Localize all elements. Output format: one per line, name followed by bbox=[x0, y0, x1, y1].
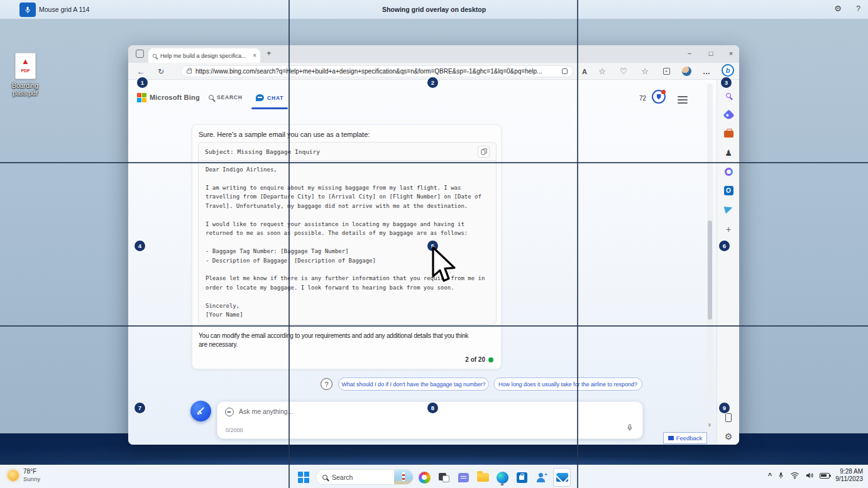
hamburger-menu-icon[interactable] bbox=[678, 94, 688, 106]
window-minimize-button[interactable]: − bbox=[680, 45, 699, 62]
tray-date: 9/11/2023 bbox=[835, 475, 863, 483]
tray-chevron-up-icon[interactable]: ^ bbox=[768, 472, 772, 479]
taskbar: 78°F Sunny Search + ^ bbox=[0, 465, 868, 488]
mouse-cursor bbox=[429, 246, 459, 286]
pdf-file-icon: ▲ PDF bbox=[15, 53, 36, 79]
feedback-button[interactable]: Feedback bbox=[663, 432, 707, 444]
edge-sidebar: ♟ O + ⚙ bbox=[717, 80, 739, 445]
scrollbar-thumb[interactable] bbox=[708, 220, 712, 320]
pdf-badge: PDF bbox=[16, 68, 35, 73]
browser-tab-bar: Help me build a design specifica... × + … bbox=[128, 45, 739, 63]
tray-volume-icon[interactable] bbox=[805, 472, 814, 479]
window-close-button[interactable]: × bbox=[722, 45, 740, 62]
sidebar-games-icon[interactable]: ♟ bbox=[722, 146, 735, 159]
tray-battery-icon[interactable] bbox=[820, 473, 830, 479]
weather-widget[interactable]: 78°F Sunny bbox=[8, 468, 40, 482]
tray-mic-icon[interactable] bbox=[777, 471, 784, 480]
collections-icon[interactable]: + bbox=[659, 65, 674, 78]
tab-search[interactable]: SEARCH bbox=[209, 94, 243, 100]
broom-icon bbox=[196, 406, 206, 416]
code-block-header: Subject: Missing Baggage Inquiry bbox=[199, 143, 496, 161]
tray-wifi-icon[interactable] bbox=[790, 472, 799, 479]
copilot-icon[interactable] bbox=[417, 470, 432, 485]
voice-help-icon[interactable]: ? bbox=[856, 4, 860, 13]
answer-outro: You can modify the email according to yo… bbox=[199, 332, 468, 349]
grid-marker-2[interactable]: 2 bbox=[427, 77, 438, 88]
mail-icon-active[interactable] bbox=[553, 468, 571, 487]
sidebar-settings-icon[interactable]: ⚙ bbox=[722, 430, 735, 443]
grid-hline-2 bbox=[0, 325, 868, 327]
new-tab-button[interactable]: + bbox=[266, 48, 272, 58]
more-menu-icon[interactable]: … bbox=[699, 65, 714, 78]
suggestion-chip-2[interactable]: How long does it usually take for the ai… bbox=[493, 377, 642, 391]
grid-marker-3[interactable]: 3 bbox=[721, 77, 732, 88]
teams-chat-icon[interactable] bbox=[456, 470, 471, 485]
grid-hline-1 bbox=[0, 162, 868, 163]
chat-icon bbox=[256, 94, 264, 101]
edge-icon[interactable] bbox=[495, 470, 510, 485]
search-highlight-image bbox=[394, 469, 413, 485]
grid-marker-8[interactable]: 8 bbox=[427, 403, 438, 413]
address-bar[interactable]: https://www.bing.com/search?q=Help+me+bu… bbox=[181, 65, 573, 77]
workspaces-icon[interactable] bbox=[136, 50, 144, 58]
prompt-bubble-icon bbox=[225, 408, 234, 416]
input-mic-icon[interactable] bbox=[626, 423, 634, 432]
back-button[interactable]: ← bbox=[133, 65, 148, 78]
new-topic-button[interactable] bbox=[190, 401, 211, 421]
save-page-icon[interactable] bbox=[562, 68, 568, 74]
store-icon[interactable] bbox=[514, 470, 529, 485]
sidebar-phone-icon[interactable] bbox=[722, 411, 735, 424]
sidebar-designer-icon[interactable] bbox=[722, 165, 735, 178]
taskbar-search[interactable]: Search bbox=[316, 469, 414, 485]
desktop-icon-boarding-pass[interactable]: ▲ PDF Boarding pass.pdf bbox=[0, 25, 50, 75]
sidebar-shopping-icon[interactable] bbox=[722, 109, 735, 121]
taskbar-search-icon bbox=[322, 475, 327, 480]
weather-condition: Sunny bbox=[23, 475, 40, 482]
scroll-down-arrow-icon[interactable]: ∨ bbox=[708, 422, 711, 428]
page-scrollbar[interactable] bbox=[707, 84, 713, 435]
tab-chat[interactable]: CHAT bbox=[256, 94, 283, 101]
grid-marker-4[interactable]: 4 bbox=[135, 241, 145, 251]
voice-settings-gear-icon[interactable]: ⚙ bbox=[834, 4, 842, 13]
start-button[interactable] bbox=[296, 470, 311, 485]
feedback-icon bbox=[668, 436, 674, 440]
suggestions-help-icon: ? bbox=[321, 378, 332, 390]
refresh-button[interactable]: ↻ bbox=[153, 65, 168, 78]
microphone-icon bbox=[24, 6, 31, 14]
grid-marker-7[interactable]: 7 bbox=[135, 403, 145, 413]
bing-brand[interactable]: Microsoft Bing bbox=[150, 94, 200, 101]
tab-close-icon[interactable]: × bbox=[253, 52, 256, 59]
sidebar-outlook-icon[interactable]: O bbox=[722, 184, 735, 197]
file-explorer-icon[interactable] bbox=[475, 470, 490, 485]
email-body: Dear Indigo Airlines, I am writing to en… bbox=[206, 165, 490, 320]
voice-mic-button[interactable] bbox=[19, 3, 36, 17]
tray-clock[interactable]: 9:28 AM 9/11/2023 bbox=[835, 468, 863, 483]
voice-status-text: Showing grid overlay on desktop bbox=[382, 6, 486, 13]
add-favorite-icon[interactable]: ☆ bbox=[595, 65, 610, 78]
sidebar-send-icon[interactable] bbox=[722, 203, 735, 215]
bing-chat-page: Microsoft Bing SEARCH CHAT 72 Sure. Here… bbox=[128, 80, 717, 445]
suggestion-chip-1[interactable]: What should I do if I don't have the bag… bbox=[338, 377, 489, 391]
task-view-icon[interactable] bbox=[436, 470, 451, 485]
favorites-icon[interactable]: ☆ bbox=[637, 65, 652, 78]
people-icon[interactable]: + bbox=[534, 470, 549, 485]
bing-sidebar-button[interactable]: b bbox=[722, 64, 734, 77]
copy-button[interactable] bbox=[478, 146, 490, 158]
chat-input[interactable] bbox=[239, 408, 440, 415]
rewards-points: 72 bbox=[639, 95, 646, 102]
rewards-medal-icon[interactable] bbox=[652, 90, 666, 104]
read-aloud-icon[interactable]: A bbox=[577, 65, 592, 78]
grid-marker-1[interactable]: 1 bbox=[137, 77, 148, 88]
browser-tab-active[interactable]: Help me build a design specifica... × bbox=[148, 48, 260, 63]
char-counter: 0/2000 bbox=[226, 427, 243, 433]
sidebar-tools-icon[interactable] bbox=[722, 127, 735, 140]
grid-marker-6[interactable]: 6 bbox=[719, 241, 730, 251]
sidebar-search-icon[interactable] bbox=[722, 89, 735, 102]
window-maximize-button[interactable]: □ bbox=[701, 45, 720, 62]
mail-icon bbox=[556, 473, 568, 482]
browser-essentials-icon[interactable]: ♡ bbox=[616, 65, 631, 78]
microsoft-logo bbox=[137, 93, 146, 102]
grid-marker-9[interactable]: 9 bbox=[719, 403, 730, 413]
profile-avatar[interactable] bbox=[679, 65, 694, 78]
sidebar-add-icon[interactable]: + bbox=[722, 223, 735, 236]
